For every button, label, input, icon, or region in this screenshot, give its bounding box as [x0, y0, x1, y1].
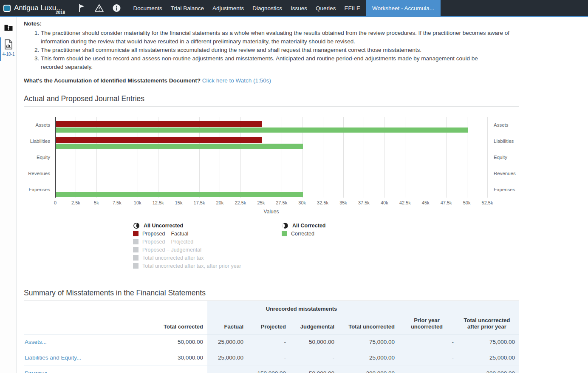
video-help-line: What's the Accumulation of Identified Mi… [24, 77, 519, 84]
nav-item-diagnostics[interactable]: Diagnostics [248, 0, 286, 16]
bar-corrected-assets[interactable] [56, 128, 468, 133]
category-label-assets: Assets [24, 117, 50, 133]
value-cell: 50,000.00 [130, 334, 207, 350]
unrecorded-group-header: Unrecorded misstatements [207, 301, 399, 312]
bar-corrected-liabilities[interactable] [56, 144, 303, 149]
x-tick-label: 12.5k [149, 200, 167, 205]
legend-all-corrected-toggle[interactable]: All Corrected [282, 221, 430, 230]
legend-item-label: Proposed – Projected [142, 239, 193, 245]
legend-item[interactable]: Total uncorrected after tax [133, 254, 282, 262]
column-header-judgemental: Judgemental [290, 312, 339, 334]
top-nav-bar: Antigua Luxu... 2018 DocumentsTrial Bala… [0, 0, 588, 17]
row-link[interactable]: Revenue... [25, 370, 52, 373]
x-tick-label: 25k [252, 200, 270, 205]
nav-item-efile[interactable]: EFILE [340, 0, 365, 16]
value-cell: 200,000.00 [458, 366, 519, 373]
document-number-label: 4-10-1 [0, 52, 17, 57]
legend-swatch-icon [133, 263, 139, 269]
nav-item-queries[interactable]: Queries [311, 0, 340, 16]
value-cell: - [399, 350, 458, 366]
x-tick-label: 27.5k [272, 200, 291, 205]
table-row: Liabilities and Equity...30,000.0025,000… [24, 350, 519, 366]
nav-item-adjustments[interactable]: Adjustments [208, 0, 248, 16]
legend-item[interactable]: Corrected [282, 230, 430, 238]
legend-item[interactable]: Proposed – Judgemental [133, 246, 282, 254]
category-label-equity: Equity [494, 149, 523, 165]
x-tick-label: 35k [334, 200, 353, 205]
row-label-cell: Revenue... [24, 366, 130, 373]
moon-mostly-full-icon [282, 222, 288, 229]
row-link[interactable]: Assets... [25, 339, 47, 345]
sidebar-item-worksheet[interactable]: 4-10-1 [0, 39, 17, 57]
row-link[interactable]: Liabilities and Equity... [25, 354, 81, 361]
flag-icon[interactable] [77, 3, 86, 13]
table-group-row: Unrecorded misstatements [24, 301, 519, 312]
note-item: The practitioner should consider materia… [41, 29, 519, 46]
value-cell: 25,000.00 [207, 350, 248, 366]
bar-uncorrected-assets[interactable] [56, 121, 262, 127]
x-tick-label: 15k [170, 200, 188, 205]
chart-x-axis-title: Values [55, 209, 487, 215]
warning-triangle-icon[interactable] [94, 3, 104, 13]
value-cell: - [399, 334, 458, 350]
document-sidebar: 4-10-1 [0, 17, 17, 373]
legend-corrected-column: All Corrected Corrected [282, 221, 430, 270]
video-watch-link[interactable]: Click here to Watch (1:50s) [202, 77, 271, 84]
category-label-liabilities: Liabilities [494, 133, 523, 149]
value-cell: - [207, 366, 248, 373]
x-tick-label: 40k [375, 200, 394, 205]
value-cell: 25,000.00 [339, 350, 399, 366]
x-tick-label: 22.5k [231, 200, 250, 205]
x-tick-label: 5k [87, 200, 106, 205]
value-cell: 75,000.00 [339, 334, 399, 350]
legend-item[interactable]: Total uncorrected after tax, after prior… [133, 262, 282, 270]
app-brand[interactable]: Antigua Luxu... 2018 [0, 0, 66, 16]
legend-all-uncorrected-toggle[interactable]: All Uncorrected [133, 221, 282, 230]
column-header-total-uncorrected-after-prior-year: Total uncorrected after prior year [458, 312, 519, 334]
value-cell: - [248, 334, 290, 350]
category-label-expenses: Expenses [494, 181, 523, 198]
legend-swatch-icon [133, 239, 139, 244]
nav-item-documents[interactable]: Documents [129, 0, 166, 16]
chart-right-category-labels: AssetsLiabilitiesEquityRevenuesExpenses [494, 117, 523, 198]
bar-corrected-expenses[interactable] [56, 192, 303, 197]
nav-item-trial-balance[interactable]: Trial Balance [167, 0, 208, 16]
nav-icon-group [66, 0, 125, 16]
legend-item-label: Total uncorrected after tax, after prior… [142, 263, 241, 269]
active-worksheet-tab[interactable]: Worksheet - Accumula... [366, 0, 441, 16]
table-row: Revenue...--150,000.0050,000.00200,000.0… [24, 366, 519, 373]
value-cell: 25,000.00 [458, 350, 519, 366]
legend-swatch-icon [133, 247, 139, 252]
value-cell: 50,000.00 [290, 366, 339, 373]
info-circle-icon[interactable] [112, 3, 121, 13]
table-row: Assets...50,000.0025,000.00-50,000.0075,… [24, 334, 519, 350]
chart-plot-area [55, 117, 487, 198]
x-tick-label: 30k [293, 200, 311, 205]
video-question-text: What's the Accumulation of Identified Mi… [24, 77, 201, 84]
bar-uncorrected-liabilities[interactable] [56, 137, 262, 143]
legend-item[interactable]: Proposed – Factual [133, 230, 282, 238]
summary-section-title: Summary of Misstatements in the Financia… [24, 289, 519, 301]
value-cell: 30,000.00 [130, 350, 207, 366]
chart-left-category-labels: AssetsLiabilitiesEquityRevenuesExpenses [24, 117, 50, 198]
active-document-indicator [0, 37, 1, 61]
column-header-factual: Factual [207, 312, 248, 334]
legend-item-label: Total uncorrected after tax [142, 255, 204, 261]
table-header-row: Total correctedFactualProjectedJudgement… [24, 312, 519, 334]
category-label-revenues: Revenues [24, 165, 50, 181]
value-cell: 25,000.00 [207, 334, 248, 350]
legend-uncorrected-items: Proposed – FactualProposed – ProjectedPr… [133, 230, 282, 270]
x-tick-label: 7.5k [107, 200, 126, 205]
nav-item-issues[interactable]: Issues [286, 0, 311, 16]
x-tick-label: 0 [46, 200, 65, 205]
legend-corrected-items: Corrected [282, 230, 430, 238]
category-label-expenses: Expenses [24, 181, 50, 198]
x-tick-label: 50k [458, 200, 476, 205]
x-tick-label: 42.5k [396, 200, 414, 205]
pinned-folder-icon[interactable] [4, 23, 13, 34]
moon-mostly-empty-icon [133, 222, 140, 229]
legend-item[interactable]: Proposed – Projected [133, 238, 282, 246]
x-tick-label: 20k [210, 200, 229, 205]
x-tick-label: 47.5k [437, 200, 455, 205]
x-tick-label: 17.5k [190, 200, 209, 205]
